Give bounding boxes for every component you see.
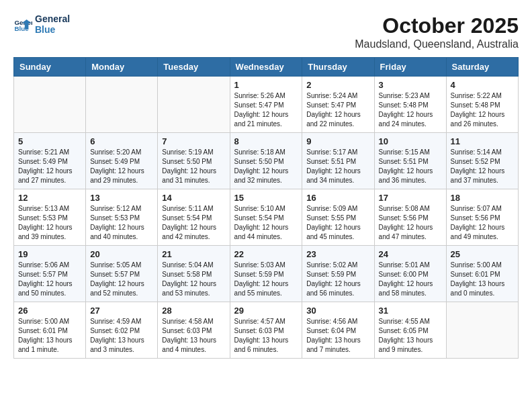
cell-content: Sunrise: 5:18 AM Sunset: 5:50 PM Dayligh… — [234, 148, 298, 185]
logo-blue: Blue — [35, 24, 70, 35]
cell-content: Sunrise: 5:26 AM Sunset: 5:47 PM Dayligh… — [234, 91, 298, 129]
weekday-header-monday: Monday — [86, 58, 158, 77]
calendar-cell: 20Sunrise: 5:05 AM Sunset: 5:57 PM Dayli… — [86, 246, 158, 302]
calendar-cell: 9Sunrise: 5:17 AM Sunset: 5:51 PM Daylig… — [302, 133, 374, 189]
calendar-cell: 18Sunrise: 5:07 AM Sunset: 5:56 PM Dayli… — [446, 189, 518, 246]
calendar-cell — [446, 302, 518, 359]
cell-content: Sunrise: 5:05 AM Sunset: 5:57 PM Dayligh… — [90, 261, 153, 298]
day-number: 5 — [18, 136, 81, 146]
calendar-week-row: 5Sunrise: 5:21 AM Sunset: 5:49 PM Daylig… — [14, 133, 519, 189]
day-number: 15 — [234, 193, 298, 203]
calendar-cell: 4Sunrise: 5:22 AM Sunset: 5:48 PM Daylig… — [446, 77, 518, 133]
calendar-cell: 21Sunrise: 5:04 AM Sunset: 5:58 PM Dayli… — [158, 246, 230, 302]
day-number: 4 — [451, 80, 514, 90]
cell-content: Sunrise: 5:10 AM Sunset: 5:54 PM Dayligh… — [234, 204, 298, 242]
calendar-cell: 30Sunrise: 4:56 AM Sunset: 6:04 PM Dayli… — [302, 302, 374, 359]
calendar-cell: 12Sunrise: 5:13 AM Sunset: 5:53 PM Dayli… — [14, 189, 86, 246]
cell-content: Sunrise: 5:09 AM Sunset: 5:55 PM Dayligh… — [306, 204, 369, 242]
cell-content: Sunrise: 5:22 AM Sunset: 5:48 PM Dayligh… — [451, 91, 514, 129]
day-number: 14 — [162, 193, 225, 203]
calendar-cell: 15Sunrise: 5:10 AM Sunset: 5:54 PM Dayli… — [230, 189, 302, 246]
cell-content: Sunrise: 5:23 AM Sunset: 5:48 PM Dayligh… — [379, 91, 442, 129]
calendar-cell: 28Sunrise: 4:58 AM Sunset: 6:03 PM Dayli… — [158, 302, 230, 359]
logo-general: General — [35, 13, 70, 24]
weekday-header-thursday: Thursday — [302, 58, 374, 77]
cell-content: Sunrise: 5:17 AM Sunset: 5:51 PM Dayligh… — [306, 148, 369, 185]
weekday-header-sunday: Sunday — [14, 58, 86, 77]
day-number: 16 — [306, 193, 369, 203]
day-number: 24 — [379, 249, 442, 259]
weekday-header-wednesday: Wednesday — [230, 58, 302, 77]
day-number: 6 — [90, 136, 153, 146]
cell-content: Sunrise: 4:59 AM Sunset: 6:02 PM Dayligh… — [90, 317, 153, 355]
day-number: 19 — [18, 249, 81, 259]
cell-content: Sunrise: 5:11 AM Sunset: 5:54 PM Dayligh… — [162, 204, 225, 242]
calendar-cell: 23Sunrise: 5:02 AM Sunset: 5:59 PM Dayli… — [302, 246, 374, 302]
calendar-cell: 19Sunrise: 5:06 AM Sunset: 5:57 PM Dayli… — [14, 246, 86, 302]
calendar-cell: 17Sunrise: 5:08 AM Sunset: 5:56 PM Dayli… — [374, 189, 446, 246]
day-number: 22 — [234, 249, 298, 259]
day-number: 9 — [306, 136, 369, 146]
logo-icon: General Blue — [13, 15, 32, 34]
calendar-cell: 26Sunrise: 5:00 AM Sunset: 6:01 PM Dayli… — [14, 302, 86, 359]
cell-content: Sunrise: 5:21 AM Sunset: 5:49 PM Dayligh… — [18, 148, 81, 185]
weekday-header-tuesday: Tuesday — [158, 58, 230, 77]
cell-content: Sunrise: 5:24 AM Sunset: 5:47 PM Dayligh… — [306, 91, 369, 129]
day-number: 20 — [90, 249, 153, 259]
calendar-cell: 16Sunrise: 5:09 AM Sunset: 5:55 PM Dayli… — [302, 189, 374, 246]
calendar-cell — [158, 77, 230, 133]
calendar-cell: 2Sunrise: 5:24 AM Sunset: 5:47 PM Daylig… — [302, 77, 374, 133]
cell-content: Sunrise: 5:03 AM Sunset: 5:59 PM Dayligh… — [234, 261, 298, 298]
day-number: 3 — [379, 80, 442, 90]
title-area: October 2025 Maudsland, Queensland, Aust… — [355, 13, 519, 50]
weekday-header-row: SundayMondayTuesdayWednesdayThursdayFrid… — [14, 58, 519, 77]
calendar-cell: 1Sunrise: 5:26 AM Sunset: 5:47 PM Daylig… — [230, 77, 302, 133]
cell-content: Sunrise: 5:19 AM Sunset: 5:50 PM Dayligh… — [162, 148, 225, 185]
calendar-cell: 27Sunrise: 4:59 AM Sunset: 6:02 PM Dayli… — [86, 302, 158, 359]
calendar-cell: 10Sunrise: 5:15 AM Sunset: 5:51 PM Dayli… — [374, 133, 446, 189]
calendar-cell — [14, 77, 86, 133]
month-title: October 2025 — [355, 13, 519, 38]
cell-content: Sunrise: 4:56 AM Sunset: 6:04 PM Dayligh… — [306, 317, 369, 355]
logo: General Blue General Blue — [13, 13, 70, 35]
cell-content: Sunrise: 5:00 AM Sunset: 6:01 PM Dayligh… — [451, 261, 514, 298]
cell-content: Sunrise: 5:04 AM Sunset: 5:58 PM Dayligh… — [162, 261, 225, 298]
day-number: 30 — [306, 306, 369, 316]
cell-content: Sunrise: 5:20 AM Sunset: 5:49 PM Dayligh… — [90, 148, 153, 185]
calendar-week-row: 1Sunrise: 5:26 AM Sunset: 5:47 PM Daylig… — [14, 77, 519, 133]
day-number: 31 — [379, 306, 442, 316]
calendar-cell — [86, 77, 158, 133]
calendar-cell: 3Sunrise: 5:23 AM Sunset: 5:48 PM Daylig… — [374, 77, 446, 133]
cell-content: Sunrise: 5:14 AM Sunset: 5:52 PM Dayligh… — [451, 148, 514, 185]
day-number: 13 — [90, 193, 153, 203]
calendar-cell: 11Sunrise: 5:14 AM Sunset: 5:52 PM Dayli… — [446, 133, 518, 189]
calendar-week-row: 12Sunrise: 5:13 AM Sunset: 5:53 PM Dayli… — [14, 189, 519, 246]
cell-content: Sunrise: 4:57 AM Sunset: 6:03 PM Dayligh… — [234, 317, 298, 355]
cell-content: Sunrise: 5:02 AM Sunset: 5:59 PM Dayligh… — [306, 261, 369, 298]
day-number: 2 — [306, 80, 369, 90]
day-number: 26 — [18, 306, 81, 316]
calendar-cell: 8Sunrise: 5:18 AM Sunset: 5:50 PM Daylig… — [230, 133, 302, 189]
calendar-cell: 22Sunrise: 5:03 AM Sunset: 5:59 PM Dayli… — [230, 246, 302, 302]
cell-content: Sunrise: 5:06 AM Sunset: 5:57 PM Dayligh… — [18, 261, 81, 298]
calendar-cell: 7Sunrise: 5:19 AM Sunset: 5:50 PM Daylig… — [158, 133, 230, 189]
location-subtitle: Maudsland, Queensland, Australia — [355, 38, 519, 50]
day-number: 12 — [18, 193, 81, 203]
day-number: 29 — [234, 306, 298, 316]
calendar-cell: 6Sunrise: 5:20 AM Sunset: 5:49 PM Daylig… — [86, 133, 158, 189]
day-number: 18 — [451, 193, 514, 203]
day-number: 21 — [162, 249, 225, 259]
day-number: 11 — [451, 136, 514, 146]
day-number: 27 — [90, 306, 153, 316]
calendar-cell: 5Sunrise: 5:21 AM Sunset: 5:49 PM Daylig… — [14, 133, 86, 189]
calendar-week-row: 19Sunrise: 5:06 AM Sunset: 5:57 PM Dayli… — [14, 246, 519, 302]
cell-content: Sunrise: 5:13 AM Sunset: 5:53 PM Dayligh… — [18, 204, 81, 242]
day-number: 8 — [234, 136, 298, 146]
day-number: 1 — [234, 80, 298, 90]
weekday-header-friday: Friday — [374, 58, 446, 77]
cell-content: Sunrise: 4:55 AM Sunset: 6:05 PM Dayligh… — [379, 317, 442, 355]
calendar-cell: 24Sunrise: 5:01 AM Sunset: 6:00 PM Dayli… — [374, 246, 446, 302]
header: General Blue General Blue October 2025 M… — [13, 13, 519, 50]
cell-content: Sunrise: 5:15 AM Sunset: 5:51 PM Dayligh… — [379, 148, 442, 185]
day-number: 25 — [451, 249, 514, 259]
